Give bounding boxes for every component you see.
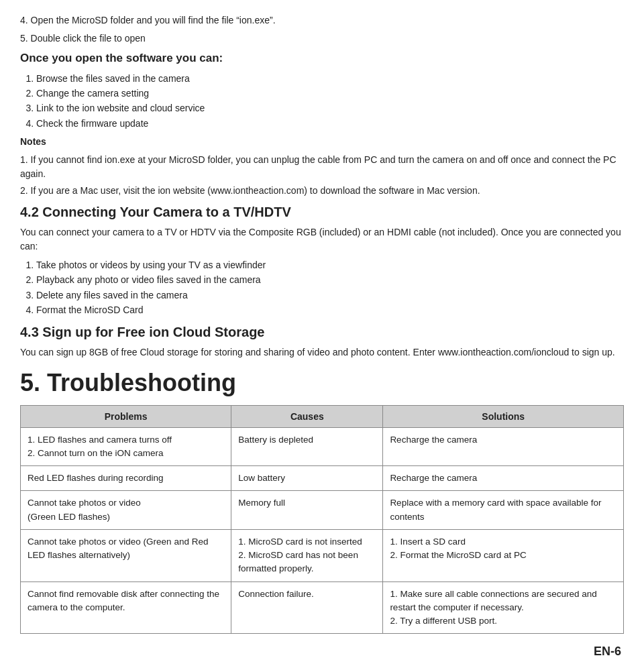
software-list-item-1: Browse the files saved in the camera (36, 71, 624, 86)
step-5: 5. Double click the file to open (20, 32, 624, 46)
section-42-list: Take photos or videos by using your TV a… (36, 258, 624, 318)
table-header-problems: Problems (21, 405, 231, 427)
software-list-item-3: Link to the ion website and cloud servic… (36, 101, 624, 115)
section-42-list-item-1: Take photos or videos by using your TV a… (36, 258, 624, 272)
table-cell-problem-3: Cannot take photos or video (Green and R… (21, 529, 231, 581)
section-42-list-item-3: Delete any files saved in the camera (36, 288, 624, 302)
notes-label: Notes (20, 135, 624, 149)
table-cell-problem-4: Cannot find removable disk after connect… (21, 581, 231, 634)
table-cell-problem-0: 1. LED flashes and camera turns off 2. C… (21, 427, 231, 466)
note-2: 2. If you are a Mac user, visit the ion … (20, 184, 624, 198)
software-list-item-2: Change the camera setting (36, 86, 624, 101)
table-cell-solution-3: 1. Insert a SD card 2. Format the MicroS… (383, 529, 624, 581)
table-row: Cannot find removable disk after connect… (21, 581, 624, 634)
table-cell-problem-2: Cannot take photos or video (Green LED f… (21, 491, 231, 530)
section-42-body: You can connect your camera to a TV or H… (20, 225, 624, 254)
table-row: Cannot take photos or video (Green LED f… (21, 491, 624, 530)
software-intro: Once you open the software you can: (20, 50, 624, 67)
en-label: EN-6 (20, 645, 624, 659)
table-cell-cause-0: Battery is depleted (231, 427, 383, 466)
table-cell-solution-4: 1. Make sure all cable connections are s… (383, 581, 624, 634)
table-cell-cause-3: 1. MicroSD card is not inserted 2. Micro… (231, 529, 383, 581)
table-cell-problem-1: Red LED flashes during recording (21, 466, 231, 491)
table-cell-solution-1: Recharge the camera (383, 466, 624, 491)
section-42-title: 4.2 Connecting Your Camera to a TV/HDTV (20, 205, 624, 220)
section-42-list-item-4: Format the MicroSD Card (36, 302, 624, 317)
step-4: 4. Open the MicroSD folder and you will … (20, 13, 624, 27)
table-header-causes: Causes (231, 405, 383, 427)
table-cell-cause-4: Connection failure. (231, 581, 383, 634)
table-cell-cause-2: Memory full (231, 491, 383, 530)
table-row: 1. LED flashes and camera turns off 2. C… (21, 427, 624, 466)
table-cell-solution-2: Replace with a memory card with space av… (383, 491, 624, 530)
section-42-list-item-2: Playback any photo or video files saved … (36, 272, 624, 287)
troubleshooting-table: Problems Causes Solutions 1. LED flashes… (20, 405, 624, 634)
section-5-title: 5. Troubleshooting (20, 369, 624, 397)
section-43-body: You can sign up 8GB of free Cloud storag… (20, 345, 624, 359)
software-list-item-4: Check the firmware update (36, 116, 624, 131)
note-1: 1. If you cannot find ion.exe at your Mi… (20, 153, 624, 181)
table-row: Cannot take photos or video (Green and R… (21, 529, 624, 581)
section-43-title: 4.3 Sign up for Free ion Cloud Storage (20, 325, 624, 340)
table-cell-cause-1: Low battery (231, 466, 383, 491)
table-header-solutions: Solutions (383, 405, 624, 427)
table-row: Red LED flashes during recordingLow batt… (21, 466, 624, 491)
table-cell-solution-0: Recharge the camera (383, 427, 624, 466)
software-list: Browse the files saved in the camera Cha… (36, 71, 624, 131)
